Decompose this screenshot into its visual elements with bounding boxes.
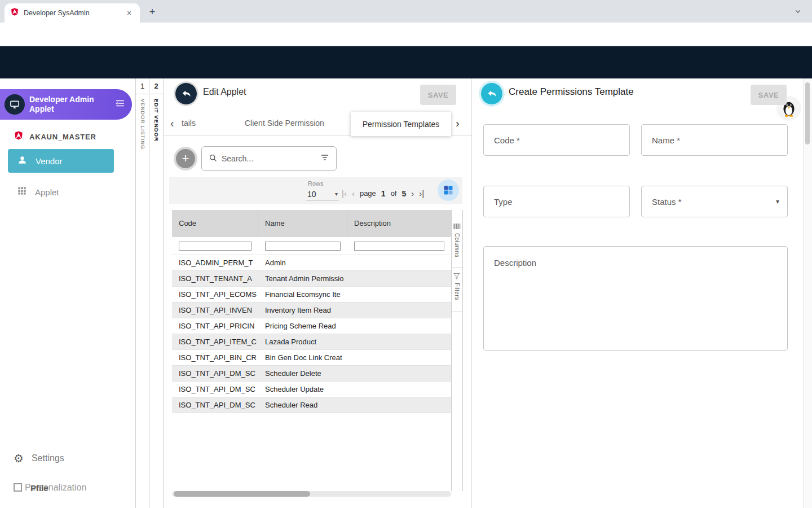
tab-details[interactable]: tails	[182, 119, 196, 128]
sidebar-item-applet[interactable]: Applet	[8, 181, 114, 203]
rows-per-page-value: 10	[307, 190, 316, 199]
horizontal-scrollbar-thumb[interactable]	[174, 491, 310, 497]
rail-tab-edit-vendor[interactable]: 2 EDIT VENDOR	[149, 78, 164, 508]
cell-code: ISO_TNT_API_ITEM_C	[172, 334, 258, 349]
profile-overlay-label: Pfile	[30, 483, 48, 493]
cell-code: ISO_TNT_TENANT_A	[172, 271, 258, 286]
save-button[interactable]: SAVE	[751, 85, 787, 105]
filter-name-input[interactable]	[265, 242, 341, 251]
code-field[interactable]: Code *	[483, 124, 630, 156]
last-page-icon[interactable]: ›|	[419, 189, 424, 198]
cell-code: ISO_TNT_API_DM_SC	[172, 397, 258, 413]
sidebar-item-akaun-master[interactable]: AKAUN_MASTER	[14, 129, 96, 144]
filter-code-input[interactable]	[179, 242, 251, 251]
search-icon	[209, 154, 217, 164]
cell-description	[347, 350, 451, 365]
table-row[interactable]: ISO_TNT_API_BIN_CRBin Gen Doc Link Creat	[172, 350, 451, 366]
sidebar-item-vendor[interactable]: Vendor	[8, 149, 114, 173]
browser-tab[interactable]: Developer SysAdmin ×	[5, 3, 140, 23]
table-row[interactable]: ISO_TNT_API_DM_SCScheduler Read	[172, 397, 451, 413]
filters-tool[interactable]: Filters	[454, 283, 460, 300]
first-page-icon[interactable]: |‹	[342, 189, 347, 198]
table-body: ISO_ADMIN_PERM_TAdmin ISO_TNT_TENANT_ATe…	[172, 255, 451, 413]
checkbox-icon[interactable]	[14, 483, 22, 492]
cell-name: Bin Gen Doc Link Creat	[258, 350, 347, 365]
cell-name: Admin	[258, 255, 347, 270]
add-template-button[interactable]: +	[176, 149, 195, 168]
cell-description	[347, 334, 451, 349]
next-page-icon[interactable]: ›	[411, 189, 414, 198]
table-row[interactable]: ISO_ADMIN_PERM_TAdmin	[172, 255, 451, 271]
grid-view-button[interactable]	[438, 179, 459, 201]
column-header-name[interactable]: Name	[258, 210, 347, 237]
rows-per-page-select[interactable]: 10 ▾	[306, 188, 339, 200]
screen: Developer SysAdmin × + ← → ↻ akaun.cloud…	[0, 0, 812, 508]
cell-name: Lazada Product	[258, 334, 347, 349]
back-button[interactable]	[175, 83, 197, 104]
sidebar-item-label: AKAUN_MASTER	[29, 133, 96, 141]
search-box	[201, 146, 337, 171]
tab-search-chevron-icon[interactable]	[794, 7, 802, 17]
filter-description-input[interactable]	[354, 242, 444, 251]
cell-name: Tenant Admin Permissio	[258, 271, 347, 286]
type-field-label: Type	[494, 197, 513, 207]
code-field-label: Code *	[494, 135, 520, 145]
table-row[interactable]: ISO_TNT_TENANT_ATenant Admin Permissio	[172, 271, 451, 287]
of-word: of	[391, 189, 397, 198]
tab-client-side-permission[interactable]: Client Side Permission	[245, 119, 324, 128]
cell-code: ISO_TNT_API_ECOMS	[172, 287, 258, 302]
previous-page-icon[interactable]: ‹	[352, 189, 355, 198]
cell-code: ISO_TNT_API_INVEN	[172, 303, 258, 318]
rail-tab-label: VENDOR LISTING	[140, 99, 145, 150]
akaun-master-icon	[14, 130, 24, 143]
columns-tool[interactable]: Columns	[454, 233, 460, 257]
column-header-description[interactable]: Description	[347, 210, 451, 237]
status-select[interactable]: Status * ▾	[641, 186, 788, 217]
back-button[interactable]	[481, 83, 502, 104]
panel-title: Edit Applet	[203, 87, 246, 97]
tabs-scroll-right-icon[interactable]: ›	[456, 117, 460, 130]
filters-funnel-icon[interactable]	[453, 272, 461, 282]
table-header: Code Name Description	[172, 210, 451, 237]
cell-description	[347, 271, 451, 286]
tabs-scroll-left-icon[interactable]: ‹	[170, 117, 174, 130]
name-field[interactable]: Name *	[641, 124, 788, 156]
vertical-scrollbar-thumb[interactable]	[805, 82, 810, 144]
tab-close-icon[interactable]: ×	[124, 8, 134, 18]
sidebar-item-personalization[interactable]: Personalization Pfile	[14, 480, 115, 497]
current-page: 1	[381, 189, 386, 198]
rail-tab-label: EDIT VENDOR	[153, 99, 160, 142]
page-word: page	[360, 189, 376, 198]
tab-title: Developer SysAdmin	[24, 9, 120, 17]
monitor-icon	[5, 94, 25, 115]
collapse-menu-icon[interactable]	[115, 98, 125, 111]
filter-list-icon[interactable]	[320, 153, 329, 164]
name-field-label: Name *	[652, 135, 680, 145]
cell-code: ISO_TNT_API_BIN_CR	[172, 350, 258, 365]
table-filter-row	[172, 237, 451, 255]
column-header-code[interactable]: Code	[172, 210, 258, 237]
save-button[interactable]: SAVE	[420, 85, 456, 105]
cell-name: Scheduler Update	[258, 382, 347, 397]
search-input[interactable]	[222, 154, 316, 163]
description-field[interactable]: Description	[483, 246, 788, 351]
table-row[interactable]: ISO_TNT_API_ECOMSFinancial Ecomsync Ite	[172, 287, 451, 303]
table-row[interactable]: ISO_TNT_API_DM_SCScheduler Update	[172, 382, 451, 397]
person-icon	[17, 155, 28, 168]
type-field[interactable]: Type	[483, 186, 630, 217]
settings-label: Settings	[32, 453, 64, 463]
table-row[interactable]: ISO_TNT_API_INVENInventory Item Read	[172, 303, 451, 318]
tab-permission-templates[interactable]: Permission Templates	[351, 112, 451, 136]
cell-name: Inventory Item Read	[258, 303, 347, 318]
chevron-down-icon: ▾	[776, 198, 779, 205]
cell-code: ISO_ADMIN_PERM_T	[172, 255, 258, 270]
table-row[interactable]: ISO_TNT_API_DM_SCScheduler Delete	[172, 366, 451, 382]
new-tab-button[interactable]: +	[145, 5, 159, 19]
sidebar-applet-button[interactable]: Developer Admin Applet	[0, 89, 132, 120]
rail-tab-vendor-listing[interactable]: 1 VENDOR LISTING	[135, 78, 149, 508]
table-row[interactable]: ISO_TNT_API_ITEM_CLazada Product	[172, 334, 451, 350]
cell-name: Financial Ecomsync Ite	[258, 287, 347, 302]
sidebar-item-settings[interactable]: ⚙ Settings	[14, 450, 64, 466]
columns-icon[interactable]	[453, 222, 461, 233]
table-row[interactable]: ISO_TNT_API_PRICINPricing Scheme Read	[172, 318, 451, 334]
